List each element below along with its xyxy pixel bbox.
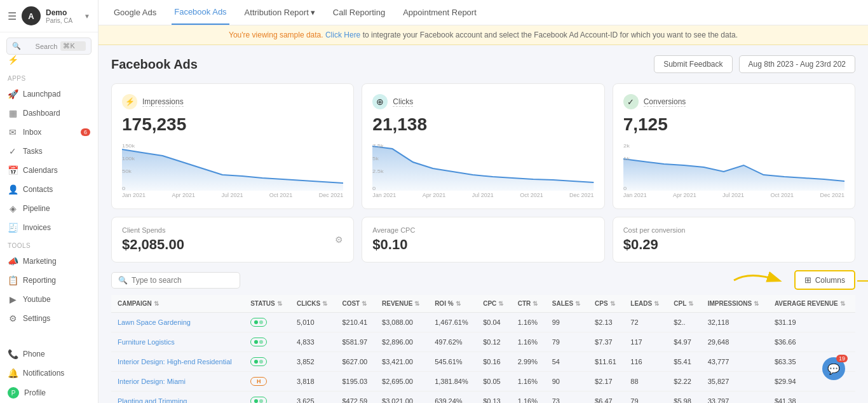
average-cpc-content: Average CPC $0.10 [372, 226, 415, 253]
impressions-chart: 150k 100k 50k 0 [122, 140, 343, 191]
sort-icon-avg-revenue[interactable]: ⇅ [840, 300, 845, 307]
campaign-link[interactable]: Interior Design: Miami [118, 378, 186, 385]
clicks-x-labels: Jan 2021Apr 2021Jul 2021Oct 2021Dec 2021 [372, 192, 593, 198]
cell-cost: $581.97 [336, 332, 376, 352]
cell-cpc: $0.16 [477, 352, 512, 372]
cell-clicks: 5,010 [290, 313, 336, 332]
nav-appointment-report[interactable]: Appointment Report [400, 0, 479, 25]
sidebar-header: ☰ A Demo Paris, CA ▼ [0, 0, 98, 32]
table-row: Interior Design: Miami H 3,818 $195.03 $… [111, 372, 855, 392]
banner-link[interactable]: Click Here [325, 31, 360, 39]
launchpad-label: Launchpad [23, 90, 60, 99]
cell-sales: 54 [546, 352, 588, 372]
nav-call-reporting[interactable]: Call Reporting [330, 0, 388, 25]
sidebar: ☰ A Demo Paris, CA ▼ 🔍 Search ⌘K ⚡ Apps … [0, 0, 98, 403]
columns-button[interactable]: ⊞ Columns [794, 270, 855, 290]
sidebar-item-settings[interactable]: ⚙ Settings [0, 309, 98, 328]
cell-cost: $627.00 [336, 352, 376, 372]
nav-google-ads[interactable]: Google Ads [111, 0, 159, 25]
cell-impressions: 29,648 [702, 332, 768, 352]
lightning-icon[interactable]: ⚡ [8, 55, 18, 65]
sidebar-item-phone[interactable]: 📞 Phone [0, 345, 98, 364]
cell-cpc: $0.04 [477, 313, 512, 332]
cell-cpl: $2.22 [667, 372, 701, 392]
sidebar-item-dashboard[interactable]: ▦ Dashboard [0, 104, 98, 123]
tools-section-label: Tools [0, 237, 98, 252]
tasks-label: Tasks [23, 147, 43, 156]
sidebar-item-profile[interactable]: P Profile [0, 383, 98, 403]
sidebar-item-calendars[interactable]: 📅 Calendars [0, 161, 98, 180]
sidebar-item-pipeline[interactable]: ◈ Pipeline [0, 199, 98, 218]
cell-revenue: $3,021.00 [376, 392, 428, 404]
cell-cpl: $5.41 [667, 352, 701, 372]
inbox-badge: 6 [81, 128, 90, 136]
cell-roi: 497.62% [428, 332, 477, 352]
marketing-label: Marketing [23, 257, 57, 266]
sort-icon-sales[interactable]: ⇅ [575, 300, 580, 307]
sidebar-item-reporting[interactable]: 📋 Reporting [0, 271, 98, 290]
nav-attribution-report[interactable]: Attribution Report ▾ [242, 0, 318, 25]
sidebar-item-inbox[interactable]: ✉ Inbox 6 [0, 123, 98, 142]
table-search-input[interactable] [132, 276, 233, 285]
account-name: Demo [46, 8, 79, 17]
sidebar-item-launchpad[interactable]: 🚀 Launchpad [0, 85, 98, 104]
sort-icon-campaign[interactable]: ⇅ [154, 300, 159, 307]
sidebar-item-notifications[interactable]: 🔔 Notifications [0, 364, 98, 383]
chat-widget-button[interactable]: 💬 19 [822, 357, 845, 380]
cell-avg-revenue: $36.66 [768, 332, 855, 352]
cell-status: H [244, 372, 290, 392]
cell-sales: 99 [546, 313, 588, 332]
nav-facebook-ads[interactable]: Facebook Ads [172, 0, 229, 25]
table-wrapper: CAMPAIGN⇅ STATUS⇅ CLICKS⇅ COST⇅ REVENUE⇅… [111, 295, 855, 403]
campaign-link[interactable]: Furniture Logistics [118, 338, 175, 346]
clicks-icon: ⊕ [372, 94, 388, 109]
sort-icon-clicks[interactable]: ⇅ [322, 300, 327, 307]
conversions-icon: ✓ [623, 94, 639, 109]
cost-per-conversion-value: $0.29 [623, 236, 686, 253]
contacts-label: Contacts [23, 185, 53, 194]
columns-btn-container: ⊞ Columns [794, 270, 855, 290]
client-spends-value: $2,085.00 [122, 236, 184, 253]
sort-icon-cpc[interactable]: ⇅ [498, 300, 503, 307]
sort-icon-cps[interactable]: ⇅ [610, 300, 615, 307]
sort-icon-status[interactable]: ⇅ [277, 300, 282, 307]
sidebar-item-youtube[interactable]: ▶ Youtube [0, 290, 98, 309]
cell-ctr: 1.16% [512, 392, 546, 404]
account-dropdown-icon[interactable]: ▼ [84, 13, 90, 20]
campaign-link[interactable]: Interior Design: High-end Residential [118, 358, 232, 365]
inbox-icon: ✉ [8, 127, 18, 137]
client-spends-gear-icon[interactable]: ⚙ [335, 235, 343, 245]
sort-icon-revenue[interactable]: ⇅ [414, 300, 419, 307]
sidebar-item-invoices[interactable]: 🧾 Invoices [0, 218, 98, 237]
cell-cps: $11.61 [588, 352, 624, 372]
campaign-link[interactable]: Lawn Space Gardening [118, 318, 191, 326]
table-search-box[interactable]: 🔍 [111, 272, 240, 289]
sort-icon-cpl[interactable]: ⇅ [688, 300, 693, 307]
sort-icon-ctr[interactable]: ⇅ [532, 300, 538, 307]
settings-label: Settings [23, 314, 50, 323]
submit-feedback-button[interactable]: Submit Feedback [654, 55, 732, 73]
page-title: Facebook Ads [111, 57, 198, 72]
campaign-link[interactable]: Planting and Trimming [118, 397, 187, 403]
sidebar-item-contacts[interactable]: 👤 Contacts [0, 180, 98, 199]
cell-impressions: 35,827 [702, 372, 768, 392]
clicks-value: 21,138 [372, 114, 593, 135]
table-header-row: CAMPAIGN⇅ STATUS⇅ CLICKS⇅ COST⇅ REVENUE⇅… [111, 295, 855, 313]
settings-icon: ⚙ [8, 313, 18, 324]
date-range-picker[interactable]: Aug 8th 2023 - Aug 23rd 202 [739, 55, 855, 73]
sort-icon-cost[interactable]: ⇅ [362, 300, 367, 307]
col-header-leads: LEADS⇅ [624, 295, 667, 313]
sidebar-item-tasks[interactable]: ✓ Tasks [0, 142, 98, 161]
sidebar-item-marketing[interactable]: 📣 Marketing [0, 252, 98, 271]
yellow-arrow-indicator [731, 268, 788, 293]
col-header-avg-revenue: AVERAGE REVENUE⇅ [768, 295, 855, 313]
cell-clicks: 3,852 [290, 352, 336, 372]
cell-revenue: $3,088.00 [376, 313, 428, 332]
sort-icon-leads[interactable]: ⇅ [654, 300, 659, 307]
search-box[interactable]: 🔍 Search ⌘K [6, 38, 92, 55]
sort-icon-roi[interactable]: ⇅ [456, 300, 461, 307]
sort-icon-impressions[interactable]: ⇅ [754, 300, 759, 307]
cell-ctr: 2.99% [512, 352, 546, 372]
clicks-chart: 7.5k 5k 2.5k 0 [372, 140, 593, 191]
hamburger-icon[interactable]: ☰ [8, 10, 17, 22]
